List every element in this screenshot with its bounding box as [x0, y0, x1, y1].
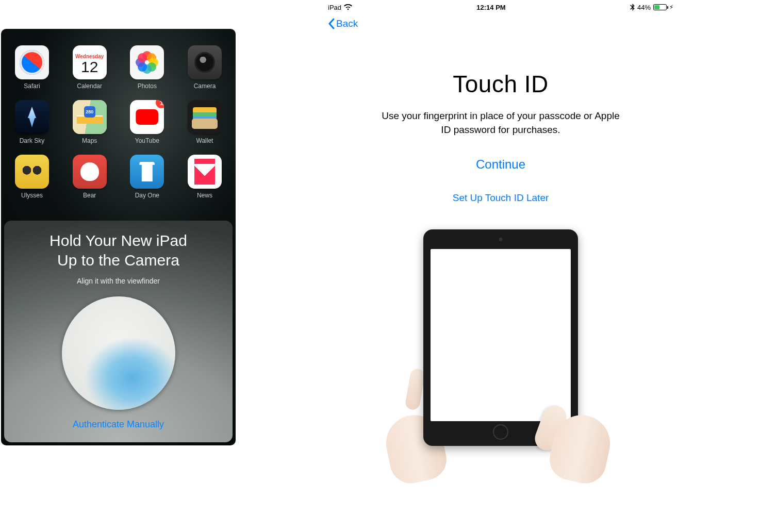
app-bear[interactable]: Bear: [69, 155, 110, 199]
status-time: 12:14 PM: [476, 4, 505, 11]
setup-later-button[interactable]: Set Up Touch ID Later: [325, 192, 676, 204]
app-label: News: [197, 192, 212, 199]
app-news[interactable]: News: [184, 155, 225, 199]
app-label: Wallet: [196, 137, 213, 144]
app-label: Photos: [138, 82, 157, 90]
app-youtube[interactable]: 1 YouTube: [126, 100, 168, 144]
battery-icon: [653, 4, 667, 10]
app-camera[interactable]: Camera: [184, 45, 225, 90]
calendar-icon: Wednesday 12: [73, 45, 107, 79]
app-calendar[interactable]: Wednesday 12 Calendar: [69, 45, 110, 90]
camera-viewfinder: [62, 296, 175, 410]
chevron-left-icon: [328, 18, 335, 29]
notification-badge: 1: [156, 100, 164, 108]
authenticate-manually-link[interactable]: Authenticate Manually: [4, 419, 233, 430]
app-label: Ulysses: [21, 192, 43, 199]
page-description: Use your fingerprint in place of your pa…: [377, 109, 624, 137]
ipad-touchid-setup-screen: iPad 12:14 PM 44% ⚡︎ Back Touch ID Use y…: [325, 1, 676, 471]
app-label: Maps: [82, 137, 97, 144]
darksky-icon: [15, 100, 49, 134]
app-maps[interactable]: 280 Maps: [69, 100, 110, 144]
nav-bar: Back: [325, 13, 676, 34]
back-button[interactable]: Back: [328, 18, 358, 29]
news-icon: [188, 155, 222, 189]
app-label: Bear: [83, 192, 96, 199]
app-label: Camera: [194, 82, 216, 90]
continue-button[interactable]: Continue: [476, 157, 525, 172]
app-darksky[interactable]: Dark Sky: [11, 100, 53, 144]
app-dayone[interactable]: Day One: [126, 155, 168, 199]
app-label: Safari: [24, 82, 40, 90]
safari-icon: [15, 45, 49, 79]
app-safari[interactable]: Safari: [11, 45, 53, 90]
app-ulysses[interactable]: Ulysses: [11, 155, 53, 199]
app-label: YouTube: [135, 137, 159, 144]
camera-icon: [188, 45, 222, 79]
status-bar: iPad 12:14 PM 44% ⚡︎: [325, 1, 676, 13]
touchid-content: Touch ID Use your fingerprint in place o…: [325, 34, 676, 477]
svg-point-7: [138, 53, 147, 62]
battery-percentage: 44%: [637, 4, 651, 11]
touchid-illustration: [403, 229, 599, 477]
home-screen-icon-grid: Safari Wednesday 12 Calendar: [1, 29, 236, 199]
youtube-icon: 1: [130, 100, 164, 134]
ulysses-icon: [15, 155, 49, 189]
bluetooth-icon: [630, 4, 635, 11]
charging-icon: ⚡︎: [669, 4, 673, 11]
app-photos[interactable]: Photos: [126, 45, 168, 90]
app-label: Day One: [135, 192, 159, 199]
dayone-icon: [130, 155, 164, 189]
device-label: iPad: [328, 4, 341, 11]
quick-start-camera-sheet: Hold Your New iPad Up to the Camera Alig…: [4, 221, 233, 442]
sheet-title: Hold Your New iPad Up to the Camera: [4, 231, 233, 270]
sheet-subtitle: Align it with the viewfinder: [4, 277, 233, 285]
iphone-setup-screen: Safari Wednesday 12 Calendar: [1, 29, 236, 445]
wallet-icon: [188, 100, 222, 134]
app-label: Dark Sky: [20, 137, 45, 144]
photos-icon: [130, 45, 164, 79]
hand-right-icon: [542, 379, 609, 482]
page-title: Touch ID: [325, 70, 676, 98]
wifi-icon: [344, 4, 352, 10]
maps-icon: 280: [73, 100, 107, 134]
app-label: Calendar: [77, 82, 102, 90]
bear-icon: [73, 155, 107, 189]
app-wallet[interactable]: Wallet: [184, 100, 225, 144]
home-button-icon: [493, 424, 508, 440]
